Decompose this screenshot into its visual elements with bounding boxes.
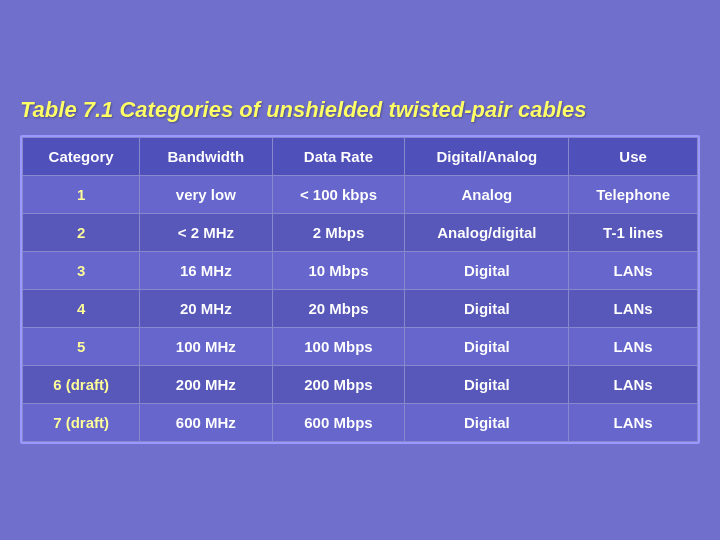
cell-r0-c1: very low [140, 175, 272, 213]
header-row: CategoryBandwidthData RateDigital/Analog… [23, 137, 698, 175]
cell-r6-c2: 600 Mbps [272, 403, 405, 441]
cell-r1-c3: Analog/digital [405, 213, 569, 251]
table-body: 1very low< 100 kbpsAnalogTelephone2< 2 M… [23, 175, 698, 441]
header-col-0: Category [23, 137, 140, 175]
cell-r0-c0: 1 [23, 175, 140, 213]
cell-r3-c0: 4 [23, 289, 140, 327]
cell-r6-c4: LANs [569, 403, 698, 441]
header-col-4: Use [569, 137, 698, 175]
cell-r3-c1: 20 MHz [140, 289, 272, 327]
table-row: 316 MHz10 MbpsDigitalLANs [23, 251, 698, 289]
cell-r2-c2: 10 Mbps [272, 251, 405, 289]
cell-r1-c2: 2 Mbps [272, 213, 405, 251]
page-container: Table 7.1 Categories of unshielded twist… [10, 87, 710, 454]
cell-r4-c0: 5 [23, 327, 140, 365]
categories-table: CategoryBandwidthData RateDigital/Analog… [22, 137, 698, 442]
cell-r0-c3: Analog [405, 175, 569, 213]
cell-r2-c3: Digital [405, 251, 569, 289]
header-col-3: Digital/Analog [405, 137, 569, 175]
header-col-2: Data Rate [272, 137, 405, 175]
cell-r4-c3: Digital [405, 327, 569, 365]
cell-r2-c4: LANs [569, 251, 698, 289]
cell-r4-c2: 100 Mbps [272, 327, 405, 365]
table-row: 7 (draft)600 MHz600 MbpsDigitalLANs [23, 403, 698, 441]
table-row: 5100 MHz100 MbpsDigitalLANs [23, 327, 698, 365]
cell-r1-c0: 2 [23, 213, 140, 251]
cell-r1-c4: T-1 lines [569, 213, 698, 251]
page-title: Table 7.1 Categories of unshielded twist… [20, 97, 700, 123]
table-header: CategoryBandwidthData RateDigital/Analog… [23, 137, 698, 175]
table-row: 2< 2 MHz2 MbpsAnalog/digitalT-1 lines [23, 213, 698, 251]
table-wrapper: CategoryBandwidthData RateDigital/Analog… [20, 135, 700, 444]
table-row: 6 (draft)200 MHz200 MbpsDigitalLANs [23, 365, 698, 403]
cell-r5-c0: 6 (draft) [23, 365, 140, 403]
cell-r5-c2: 200 Mbps [272, 365, 405, 403]
cell-r5-c3: Digital [405, 365, 569, 403]
cell-r2-c0: 3 [23, 251, 140, 289]
header-col-1: Bandwidth [140, 137, 272, 175]
cell-r0-c2: < 100 kbps [272, 175, 405, 213]
cell-r4-c4: LANs [569, 327, 698, 365]
cell-r0-c4: Telephone [569, 175, 698, 213]
table-row: 1very low< 100 kbpsAnalogTelephone [23, 175, 698, 213]
cell-r3-c3: Digital [405, 289, 569, 327]
cell-r5-c4: LANs [569, 365, 698, 403]
cell-r3-c2: 20 Mbps [272, 289, 405, 327]
cell-r3-c4: LANs [569, 289, 698, 327]
cell-r6-c3: Digital [405, 403, 569, 441]
cell-r4-c1: 100 MHz [140, 327, 272, 365]
cell-r5-c1: 200 MHz [140, 365, 272, 403]
table-row: 420 MHz20 MbpsDigitalLANs [23, 289, 698, 327]
cell-r6-c1: 600 MHz [140, 403, 272, 441]
cell-r2-c1: 16 MHz [140, 251, 272, 289]
cell-r6-c0: 7 (draft) [23, 403, 140, 441]
cell-r1-c1: < 2 MHz [140, 213, 272, 251]
